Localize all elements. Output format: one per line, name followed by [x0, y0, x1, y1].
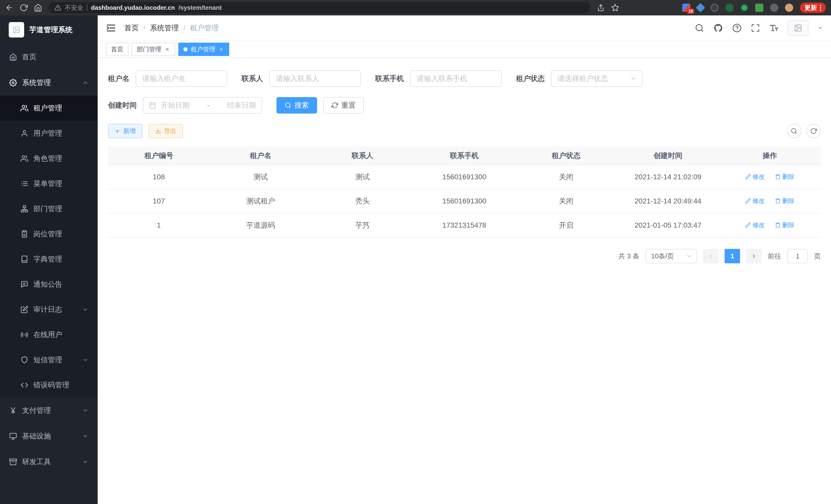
sidebar-item-dept[interactable]: 部门管理	[0, 196, 98, 221]
show-search-toggle-button[interactable]	[787, 124, 801, 138]
status-select[interactable]: 请选择租户状态	[551, 70, 642, 87]
column-header: 租户编号	[108, 146, 210, 165]
extension-icon[interactable]	[725, 4, 734, 12]
org-tree-icon	[21, 205, 28, 213]
prev-page-button[interactable]	[703, 249, 718, 263]
tag-tenant[interactable]: 租户管理	[178, 42, 229, 56]
search-icon[interactable]	[695, 23, 704, 33]
extension-badge: 10	[687, 9, 694, 14]
sidebar-item-label: 字典管理	[33, 254, 62, 264]
tag-dept[interactable]: 部门管理	[132, 42, 175, 56]
table-row: 108 测试 测试 15601691300 关闭 2021-12-14 21:0…	[108, 165, 821, 189]
breadcrumb-system[interactable]: 系统管理	[150, 23, 179, 33]
sidebar-item-dict[interactable]: 字典管理	[0, 246, 98, 272]
cell-actions: 修改 删除	[719, 165, 821, 189]
sidebar-item-label: 错误码管理	[33, 380, 69, 390]
page-number-button[interactable]: 1	[725, 249, 740, 263]
edit-label: 修改	[752, 221, 765, 229]
breadcrumb: 首页 / 系统管理 / 租户管理	[124, 23, 219, 33]
security-label: 不安全	[65, 4, 83, 12]
extension-icon[interactable]	[696, 3, 705, 12]
delete-label: 删除	[782, 173, 795, 181]
extension-icon[interactable]	[711, 4, 719, 12]
breadcrumb-home[interactable]: 首页	[124, 23, 139, 33]
sidebar-item-notice[interactable]: 通知公告	[0, 272, 98, 297]
profile-avatar[interactable]	[785, 4, 793, 12]
reload-icon[interactable]	[20, 4, 28, 12]
tag-label: 首页	[111, 45, 123, 53]
edit-link[interactable]: 修改	[745, 197, 765, 205]
cell-status: 关闭	[515, 189, 617, 213]
add-button[interactable]: 新增	[108, 124, 142, 138]
sidebar-item-devtools[interactable]: 研发工具	[0, 449, 98, 475]
sidebar-item-infra[interactable]: 基础设施	[0, 423, 98, 449]
extension-icon[interactable]: 10	[682, 4, 690, 12]
refresh-button[interactable]	[806, 124, 821, 138]
next-page-button[interactable]	[746, 249, 762, 263]
edit-link[interactable]: 修改	[745, 173, 765, 181]
cell-tenant-name: 芋道源码	[210, 213, 311, 237]
github-icon[interactable]	[713, 23, 723, 33]
cell-contact: 芋艿	[312, 213, 413, 237]
extensions-area: 10 更新	[682, 3, 826, 13]
url-bar[interactable]: 不安全 dashboard.yudao.iocoder.cn/system/te…	[48, 2, 591, 13]
sidebar-item-sms[interactable]: 短信管理	[0, 347, 98, 373]
sidebar-item-role[interactable]: 角色管理	[0, 146, 98, 171]
logo[interactable]: 芋道管理系统	[0, 16, 98, 44]
contact-input[interactable]	[269, 70, 361, 87]
sidebar-item-pay[interactable]: 支付管理	[0, 398, 98, 423]
reset-button[interactable]: 重置	[323, 97, 364, 114]
sidebar-item-user[interactable]: 用户管理	[0, 121, 98, 146]
sidebar-item-tenant[interactable]: 租户管理	[0, 95, 98, 121]
search-button[interactable]: 搜索	[277, 97, 317, 114]
page-size-select[interactable]: 10条/页	[646, 249, 697, 263]
column-header: 创建时间	[617, 146, 719, 165]
sidebar-item-system[interactable]: 系统管理	[0, 70, 98, 95]
menu-kebab-icon	[820, 5, 821, 11]
tenant-name-input[interactable]	[136, 70, 227, 87]
delete-link[interactable]: 删除	[775, 221, 795, 229]
extension-icon[interactable]	[755, 4, 764, 12]
calendar-icon	[149, 102, 156, 109]
field-label: 租户状态	[516, 74, 545, 84]
sidebar-item-label: 审计日志	[33, 305, 62, 315]
edit-link[interactable]: 修改	[745, 221, 765, 229]
puzzle-extension-icon[interactable]	[770, 4, 778, 12]
close-icon[interactable]	[219, 47, 224, 52]
users-icon	[21, 104, 28, 112]
share-icon[interactable]	[597, 4, 605, 12]
home-icon[interactable]	[34, 4, 42, 12]
goto-page-input[interactable]	[787, 249, 808, 263]
delete-link[interactable]: 删除	[775, 197, 795, 205]
chevron-down-icon	[82, 357, 88, 363]
font-size-icon[interactable]	[769, 23, 779, 33]
bookmark-star-icon[interactable]	[611, 4, 619, 12]
chevron-down-icon	[82, 306, 88, 313]
sidebar-item-home[interactable]: 首页	[0, 44, 98, 70]
help-icon[interactable]	[732, 23, 742, 33]
browser-update-button[interactable]: 更新	[800, 3, 826, 13]
sidebar-item-label: 租户管理	[33, 103, 62, 113]
sidebar-item-errorcode[interactable]: 错误码管理	[0, 373, 98, 398]
collapse-sidebar-icon[interactable]	[106, 23, 116, 33]
fullscreen-icon[interactable]	[751, 23, 760, 33]
field-label: 租户名	[108, 74, 130, 84]
tag-home[interactable]: 首页	[106, 42, 128, 56]
extension-icon[interactable]	[740, 4, 748, 12]
avatar[interactable]	[788, 20, 808, 36]
export-button[interactable]: 导出	[148, 124, 183, 138]
sidebar-item-online-user[interactable]: 在线用户	[0, 322, 98, 347]
date-range-picker[interactable]: 开始日期 - 结束日期	[143, 97, 262, 114]
close-icon[interactable]	[165, 47, 170, 52]
delete-link[interactable]: 删除	[775, 173, 795, 181]
message-icon	[21, 280, 28, 288]
caret-down-icon[interactable]	[818, 25, 823, 31]
back-icon[interactable]	[5, 4, 13, 12]
sidebar-item-menu[interactable]: 菜单管理	[0, 171, 98, 196]
mobile-input[interactable]	[410, 70, 502, 87]
sidebar-item-audit-log[interactable]: 审计日志	[0, 297, 98, 322]
sidebar-item-label: 系统管理	[22, 78, 51, 88]
sidebar-item-post[interactable]: 岗位管理	[0, 221, 98, 246]
end-date-placeholder: 结束日期	[214, 100, 256, 110]
table-toolbar: 新增 导出	[108, 124, 821, 138]
